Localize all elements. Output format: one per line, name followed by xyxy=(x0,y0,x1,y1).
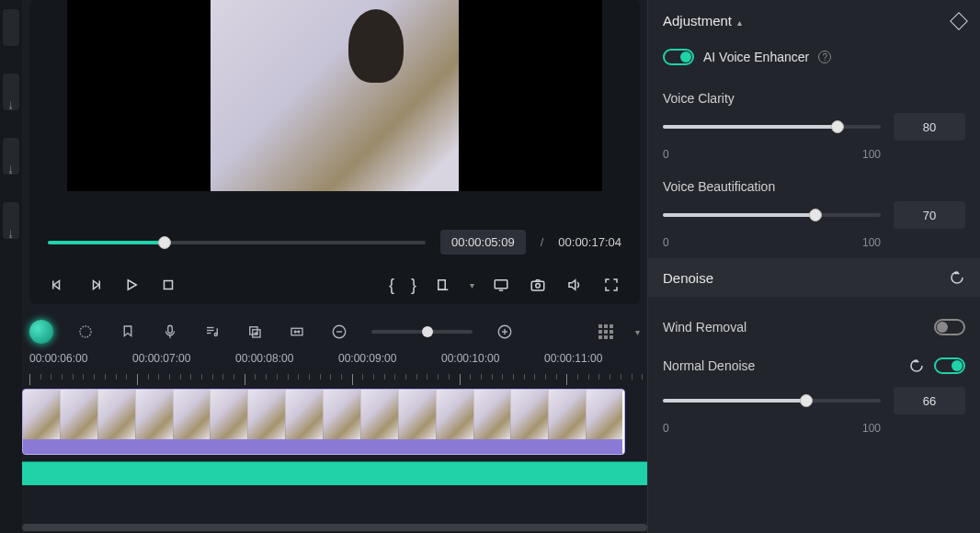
microphone-icon[interactable] xyxy=(160,322,180,342)
wind-removal-label: Wind Removal xyxy=(663,320,746,335)
voice-beautification-slider[interactable] xyxy=(663,213,881,217)
ruler-label: 00:00:09:00 xyxy=(338,352,441,365)
ruler-label: 00:00:11:00 xyxy=(544,352,647,365)
slider-min: 0 xyxy=(663,236,669,249)
playback-strip: 00:00:05:09 / 00:00:17:04 xyxy=(48,230,621,255)
ai-voice-enhancer-toggle[interactable] xyxy=(663,49,694,65)
voice-clarity-block: Voice Clarity 80 0 100 xyxy=(663,91,965,161)
chevron-down-icon[interactable]: ▾ xyxy=(470,280,474,290)
video-preview[interactable] xyxy=(67,0,602,191)
preview-pane: 00:00:05:09 / 00:00:17:04 { } ▾ xyxy=(22,0,647,312)
step-forward-icon[interactable] xyxy=(85,275,105,295)
monitor-icon[interactable] xyxy=(491,275,511,295)
slider-max: 100 xyxy=(862,148,881,161)
zoom-in-icon[interactable] xyxy=(495,322,515,342)
normal-denoise-block: 66 0 100 xyxy=(663,387,965,435)
resize-icon[interactable] xyxy=(287,322,307,342)
view-grid-icon[interactable] xyxy=(598,324,613,339)
ruler-label: 00:00:07:00 xyxy=(132,352,235,365)
timeline: 00:00:06:00 00:00:07:00 00:00:08:00 00:0… xyxy=(22,352,647,533)
step-back-icon[interactable] xyxy=(48,275,68,295)
denoise-title: Denoise xyxy=(663,270,713,286)
wind-removal-toggle[interactable] xyxy=(934,319,965,335)
slider-max: 100 xyxy=(862,236,881,249)
normal-denoise-value[interactable]: 66 xyxy=(894,387,965,414)
section-header-denoise[interactable]: Denoise xyxy=(648,258,980,297)
svg-rect-12 xyxy=(168,325,173,333)
video-clip[interactable] xyxy=(22,389,625,455)
voice-beautification-block: Voice Beautification 70 0 100 xyxy=(663,179,965,249)
svg-rect-8 xyxy=(531,281,544,290)
voice-beautification-value[interactable]: 70 xyxy=(894,201,965,229)
ai-assistant-icon[interactable] xyxy=(29,320,53,344)
help-icon[interactable]: ? xyxy=(818,51,831,63)
collapse-triangle-icon: ▴ xyxy=(737,17,742,28)
ai-voice-enhancer-row: AI Voice Enhancer ? xyxy=(663,49,965,65)
slider-max: 100 xyxy=(862,422,881,435)
section-header-adjustment[interactable]: Adjustment▴ xyxy=(663,13,965,28)
voice-clarity-label: Voice Clarity xyxy=(663,91,965,106)
video-track[interactable] xyxy=(22,389,647,459)
rail-item[interactable]: ⭳ xyxy=(3,138,19,175)
clip-edge-handle[interactable] xyxy=(622,390,625,455)
rail-item[interactable]: ⭳ xyxy=(3,74,19,110)
svg-rect-6 xyxy=(495,280,507,289)
volume-icon[interactable] xyxy=(564,275,585,295)
copy-add-icon[interactable] xyxy=(245,322,265,342)
time-separator: / xyxy=(541,235,544,249)
preview-thumbnail xyxy=(211,0,459,191)
settings-dial-icon[interactable] xyxy=(75,322,96,342)
keyframe-diamond-icon[interactable] xyxy=(950,12,968,30)
slider-min: 0 xyxy=(663,422,669,435)
rail-item[interactable] xyxy=(3,9,19,46)
ruler-label: 00:00:10:00 xyxy=(441,352,544,365)
marker-icon[interactable] xyxy=(118,322,138,342)
reset-icon[interactable] xyxy=(949,269,965,286)
adjustment-panel: Adjustment▴ AI Voice Enhancer ? Voice Cl… xyxy=(647,0,980,533)
svg-rect-3 xyxy=(165,281,173,289)
chevron-down-icon[interactable]: ▾ xyxy=(635,327,640,337)
zoom-slider[interactable] xyxy=(371,330,473,334)
playback-controls: { } ▾ xyxy=(48,275,621,295)
horizontal-scrollbar[interactable] xyxy=(22,524,647,531)
current-time[interactable]: 00:00:05:09 xyxy=(440,230,526,255)
adjustment-title: Adjustment xyxy=(663,13,732,28)
reset-icon[interactable] xyxy=(908,357,925,374)
mark-out-icon[interactable]: } xyxy=(411,276,416,295)
ai-voice-enhancer-label: AI Voice Enhancer xyxy=(703,50,809,64)
audio-track[interactable] xyxy=(22,461,647,485)
normal-denoise-label: Normal Denoise xyxy=(663,358,755,373)
music-list-icon[interactable] xyxy=(202,322,222,342)
rail-item[interactable]: ⭳ xyxy=(3,202,19,239)
svg-marker-2 xyxy=(128,280,136,290)
ruler-label: 00:00:08:00 xyxy=(235,352,338,365)
normal-denoise-toggle[interactable] xyxy=(934,357,965,374)
voice-beautification-label: Voice Beautification xyxy=(663,179,965,194)
voice-clarity-value[interactable]: 80 xyxy=(894,113,965,141)
stop-icon[interactable] xyxy=(158,275,178,295)
svg-marker-10 xyxy=(569,280,575,290)
mark-in-icon[interactable]: { xyxy=(389,276,394,295)
voice-clarity-slider[interactable] xyxy=(663,125,881,129)
svg-point-11 xyxy=(80,326,91,337)
svg-point-9 xyxy=(536,284,541,289)
total-time: 00:00:17:04 xyxy=(558,235,621,249)
crop-dropdown-icon[interactable] xyxy=(433,275,453,295)
slider-min: 0 xyxy=(663,148,669,161)
playback-progress[interactable] xyxy=(48,241,426,244)
timeline-toolbar: ▾ xyxy=(22,312,647,352)
wind-removal-row: Wind Removal xyxy=(663,319,965,335)
snapshot-icon[interactable] xyxy=(528,275,548,295)
main-area: 00:00:05:09 / 00:00:17:04 { } ▾ xyxy=(22,0,647,533)
play-icon[interactable] xyxy=(121,275,142,295)
left-tool-rail: ⭳ ⭳ ⭳ xyxy=(0,0,22,533)
svg-rect-4 xyxy=(439,280,446,290)
normal-denoise-slider[interactable] xyxy=(663,399,881,403)
ruler-label: 00:00:06:00 xyxy=(29,352,132,365)
fullscreen-icon[interactable] xyxy=(601,275,621,295)
preview-container: 00:00:05:09 / 00:00:17:04 { } ▾ xyxy=(29,0,640,304)
normal-denoise-row: Normal Denoise xyxy=(663,357,965,374)
zoom-out-icon[interactable] xyxy=(329,322,349,342)
timeline-ruler[interactable]: 00:00:06:00 00:00:07:00 00:00:08:00 00:0… xyxy=(22,352,647,387)
